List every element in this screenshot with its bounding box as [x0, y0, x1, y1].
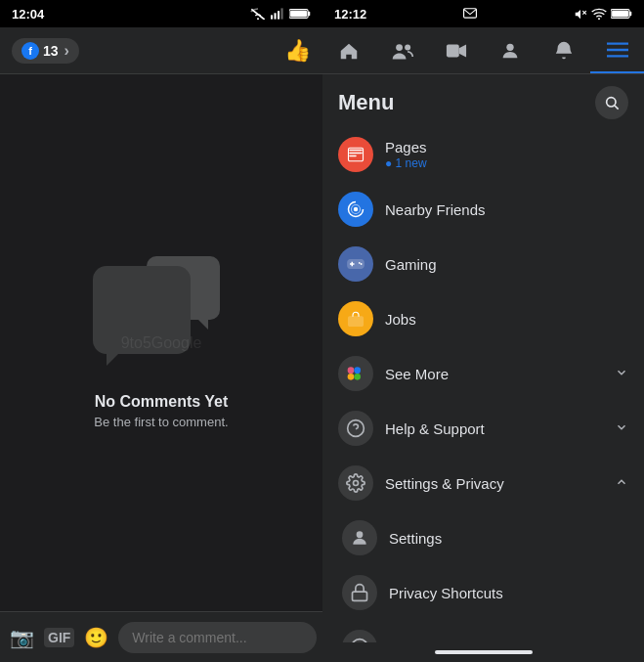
nav-bar	[322, 27, 644, 74]
fb-icon: f	[21, 42, 39, 60]
emoji-icon[interactable]: 🙂	[84, 626, 108, 649]
menu-list: Pages ● 1 new Nearby Friends	[322, 127, 644, 642]
pages-icon	[338, 137, 373, 172]
svg-point-34	[348, 367, 355, 374]
menu-item-privacy-shortcuts[interactable]: Privacy Shortcuts	[322, 565, 644, 620]
svg-point-32	[361, 263, 363, 265]
settings-privacy-icon	[338, 465, 373, 501]
menu-header: Menu	[322, 74, 644, 127]
svg-rect-2	[271, 15, 273, 19]
svg-point-16	[396, 44, 403, 51]
nearby-friends-label: Nearby Friends	[385, 201, 628, 218]
svg-rect-42	[353, 592, 367, 600]
menu-item-nearby-friends[interactable]: Nearby Friends	[322, 182, 644, 237]
menu-title: Menu	[338, 90, 394, 115]
no-comments-title: No Comments Yet	[95, 393, 229, 411]
svg-point-40	[354, 481, 359, 486]
nearby-friends-text: Nearby Friends	[385, 201, 628, 218]
notification-badge[interactable]: f 13 ›	[12, 38, 79, 64]
see-more-label: See More	[385, 366, 603, 382]
gaming-icon	[338, 246, 373, 282]
jobs-icon	[338, 301, 373, 336]
nav-home[interactable]	[322, 27, 376, 73]
settings-privacy-text: Settings & Privacy	[385, 475, 603, 492]
status-bar-right: 12:12	[322, 0, 644, 27]
search-button[interactable]	[595, 86, 628, 119]
menu-item-settings-privacy[interactable]: Settings & Privacy	[322, 456, 644, 510]
nearby-friends-icon	[338, 192, 373, 227]
home-bar	[435, 650, 533, 654]
settings-sub-label: Settings	[389, 530, 628, 547]
status-icons-left	[250, 8, 311, 20]
battery-icon-left	[289, 8, 311, 20]
svg-point-1	[257, 18, 259, 20]
right-panel: 12:12	[322, 0, 644, 662]
see-more-chevron-icon	[615, 366, 628, 382]
nav-profile[interactable]	[483, 27, 537, 73]
svg-rect-3	[275, 13, 277, 19]
comment-input[interactable]	[118, 622, 317, 653]
nav-menu[interactable]	[590, 27, 644, 73]
wifi-icon	[591, 8, 607, 20]
svg-rect-14	[629, 12, 631, 16]
gaming-text: Gaming	[385, 256, 628, 273]
svg-point-26	[354, 207, 359, 212]
svg-rect-15	[612, 11, 628, 18]
nav-groups[interactable]	[376, 27, 430, 73]
pages-text: Pages ● 1 new	[385, 139, 628, 170]
jobs-label: Jobs	[385, 311, 628, 328]
menu-item-help[interactable]: Help & Support	[322, 401, 644, 456]
muted-icon	[574, 8, 587, 20]
svg-rect-9	[464, 9, 477, 18]
left-content: No Comments Yet Be the first to comment.…	[0, 74, 322, 611]
settings-sub-icon	[342, 520, 377, 555]
chevron-right-icon: ›	[64, 42, 69, 60]
svg-line-24	[615, 106, 619, 110]
privacy-shortcuts-label: Privacy Shortcuts	[389, 585, 628, 601]
see-more-icon	[338, 356, 373, 391]
menu-item-jobs[interactable]: Jobs	[322, 291, 644, 346]
status-icons-right	[574, 8, 632, 20]
gaming-label: Gaming	[385, 256, 628, 273]
your-time-icon	[342, 630, 377, 642]
svg-point-37	[354, 374, 361, 380]
gif-icon[interactable]: GIF	[44, 628, 74, 647]
camera-icon[interactable]: 📷	[10, 626, 34, 649]
svg-point-17	[405, 44, 410, 50]
left-panel: 12:04 f	[0, 0, 322, 662]
svg-point-31	[359, 262, 361, 264]
status-right-middle	[463, 8, 477, 20]
like-icon[interactable]: 👍	[284, 38, 311, 64]
help-text: Help & Support	[385, 420, 603, 437]
top-bar-left: f 13 › 👍	[0, 27, 322, 74]
svg-point-35	[354, 367, 361, 374]
bubble-main	[93, 266, 191, 354]
svg-point-12	[598, 18, 600, 20]
menu-item-see-more[interactable]: See More	[322, 346, 644, 401]
home-indicator	[322, 642, 644, 662]
battery-icon-right	[611, 8, 632, 20]
help-chevron-icon	[615, 420, 628, 437]
menu-item-gaming[interactable]: Gaming	[322, 237, 644, 291]
nav-bell[interactable]	[537, 27, 590, 73]
privacy-shortcuts-icon	[342, 575, 377, 610]
pages-sublabel: ● 1 new	[385, 156, 628, 170]
svg-point-41	[357, 531, 364, 538]
jobs-text: Jobs	[385, 311, 628, 328]
nav-video[interactable]	[430, 27, 484, 73]
settings-privacy-chevron-icon	[615, 475, 628, 492]
svg-point-36	[348, 374, 355, 380]
comment-bar: 📷 GIF 🙂	[0, 611, 322, 662]
menu-item-your-time[interactable]: Your Time on Facebook	[322, 620, 644, 642]
svg-rect-18	[447, 44, 459, 57]
menu-item-settings[interactable]: Settings	[322, 510, 644, 565]
menu-item-pages[interactable]: Pages ● 1 new	[322, 127, 644, 182]
svg-rect-8	[290, 11, 307, 18]
time-left: 12:04	[12, 7, 44, 22]
privacy-shortcuts-text: Privacy Shortcuts	[389, 585, 628, 601]
svg-point-23	[607, 98, 616, 107]
signal-icon	[271, 8, 284, 20]
help-icon	[338, 411, 373, 446]
notification-count: 13	[43, 43, 59, 59]
status-bar-left: 12:04	[0, 0, 322, 27]
